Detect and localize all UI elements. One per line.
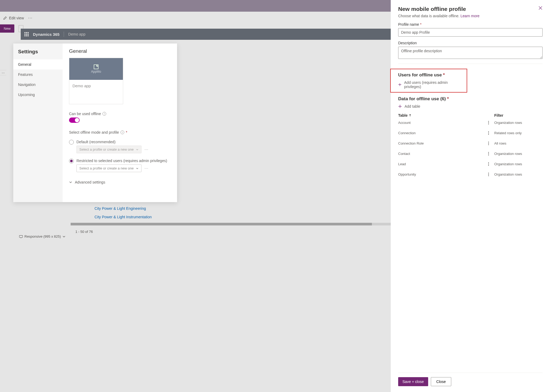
row-more[interactable]	[483, 142, 494, 145]
data-heading: Data for offline use (6) *	[398, 96, 543, 102]
profile-name-text: Profile name	[398, 22, 419, 27]
offline-toggle[interactable]	[69, 117, 80, 123]
radio-default[interactable]: Default (recommended) Select a profile o…	[69, 140, 171, 153]
select-mode-label: Select offline mode and profile i *	[69, 130, 171, 134]
table-row[interactable]: Account Organization rows	[398, 117, 543, 128]
sidebar-item-general[interactable]: General	[13, 59, 63, 69]
radio-restricted[interactable]: Restricted to selected users (requires a…	[69, 159, 171, 172]
table-header-row: Table Filter	[398, 113, 543, 117]
required-asterisk: *	[126, 130, 127, 134]
divider	[64, 32, 64, 37]
sidebar-item-navigation[interactable]: Navigation	[13, 80, 63, 90]
col-table-text: Table	[398, 113, 408, 117]
row-more[interactable]	[483, 121, 494, 124]
data-heading-text: Data for offline use (6)	[398, 96, 446, 101]
table-row[interactable]: Connection Role All rows	[398, 138, 543, 149]
profile-name-input[interactable]	[398, 28, 543, 37]
table-body: Account Organization rows Connection Rel…	[398, 117, 543, 180]
radio-group: Default (recommended) Select a profile o…	[69, 140, 171, 172]
profile-select-disabled: Select a profile or create a new one	[76, 146, 141, 153]
preview-body: Demo app	[69, 80, 123, 104]
flyout-title: New mobile offline profile	[398, 6, 466, 12]
chevron-down-icon	[136, 148, 139, 151]
save-close-button[interactable]: Save + close	[398, 377, 428, 386]
preview-icon-text: AppMo	[91, 70, 101, 73]
device-icon	[19, 235, 23, 238]
description-label: Description	[398, 41, 543, 45]
table-row[interactable]: Lead Organization rows	[398, 159, 543, 169]
footer-status[interactable]: Responsive (995 x 825)	[19, 234, 66, 238]
row-table-name: Connection	[398, 131, 483, 135]
vertical-dots-icon	[488, 131, 489, 135]
settings-title: Settings	[13, 49, 63, 59]
info-icon[interactable]: i	[121, 130, 124, 134]
close-button[interactable]: Close	[431, 377, 452, 386]
users-heading: Users for offline use *	[398, 72, 459, 78]
general-heading: General	[69, 48, 171, 54]
app-name: Demo app	[68, 32, 85, 36]
table-row[interactable]: Contact Organization rows	[398, 149, 543, 159]
vertical-dots-icon	[488, 152, 489, 155]
add-table-button[interactable]: Add table	[398, 104, 543, 108]
table-row[interactable]: Connection Related rows only	[398, 128, 543, 138]
radio-circle[interactable]	[69, 140, 74, 145]
row-more[interactable]	[483, 173, 494, 176]
table-row[interactable]: Opportunity Organization rows	[398, 169, 543, 180]
learn-more-link[interactable]: Learn more	[461, 14, 480, 18]
link-name: City Power & Light Engineering	[94, 206, 146, 211]
row-table-name: Opportunity	[398, 172, 483, 176]
radio-default-label: Default (recommended)	[76, 140, 171, 144]
chevron-down-icon	[69, 181, 72, 184]
vertical-dots-icon	[488, 142, 489, 145]
pencil-icon	[3, 16, 7, 20]
chevron-down-icon	[62, 235, 66, 238]
sidebar-item-upcoming[interactable]: Upcoming	[13, 90, 63, 100]
radio-restricted-label: Restricted to selected users (requires a…	[76, 159, 171, 163]
more-icon[interactable]: ···	[144, 147, 148, 151]
row-filter: All rows	[494, 141, 543, 145]
offline-label-text: Can be used offline	[69, 112, 101, 116]
preview-header: AppMo	[69, 58, 123, 80]
description-textarea[interactable]	[398, 47, 543, 59]
add-users-button[interactable]: Add users (requires admin privileges)	[398, 80, 459, 89]
row-filter: Organization rows	[494, 172, 543, 176]
offline-label: Can be used offline i	[69, 112, 171, 116]
sidebar-item-features[interactable]: Features	[13, 69, 63, 80]
settings-main: General AppMo Demo app Can be used offli…	[63, 43, 177, 202]
table-col-table[interactable]: Table	[398, 113, 483, 117]
separator	[398, 64, 543, 64]
radio-circle-checked[interactable]	[69, 159, 74, 163]
new-button[interactable]: New	[0, 24, 14, 33]
footer-status-text: Responsive (995 x 825)	[24, 234, 61, 238]
row-table-name: Lead	[398, 162, 483, 166]
more-icon[interactable]: ···	[144, 166, 148, 170]
row-more[interactable]	[483, 162, 494, 166]
link-name: City Power & Light Instrumentation	[94, 215, 152, 219]
table-col-filter[interactable]: Filter	[494, 113, 543, 117]
edit-view-label[interactable]: Edit view	[9, 16, 24, 20]
close-icon[interactable]	[538, 6, 543, 10]
sort-up-icon	[409, 114, 411, 117]
settings-panel: Settings General Features Navigation Upc…	[13, 43, 177, 202]
row-table-name: Contact	[398, 152, 483, 156]
row-table-name: Account	[398, 121, 483, 125]
row-more[interactable]	[483, 131, 494, 135]
profile-name-label: Profile name *	[398, 22, 543, 27]
more-icon[interactable]: ···	[28, 16, 32, 20]
advanced-settings-toggle[interactable]: Advanced settings	[69, 180, 171, 184]
info-icon[interactable]: i	[102, 112, 106, 116]
broken-image-icon	[94, 64, 98, 69]
row-table-name: Connection Role	[398, 141, 483, 145]
waffle-icon[interactable]	[24, 32, 29, 36]
side-ellipsis[interactable]: ···	[0, 70, 6, 75]
row-more[interactable]	[483, 152, 494, 155]
app-preview-card[interactable]: AppMo Demo app	[69, 58, 123, 104]
row-filter: Organization rows	[494, 152, 543, 156]
svg-rect-0	[19, 235, 23, 237]
profile-select[interactable]: Select a profile or create a new one	[76, 164, 141, 172]
add-users-label: Add users (requires admin privileges)	[404, 80, 459, 89]
flyout-header: New mobile offline profile	[398, 6, 543, 12]
row-filter: Related rows only	[494, 131, 543, 135]
chevron-down-icon	[136, 167, 139, 170]
row-filter: Organization rows	[494, 121, 543, 125]
